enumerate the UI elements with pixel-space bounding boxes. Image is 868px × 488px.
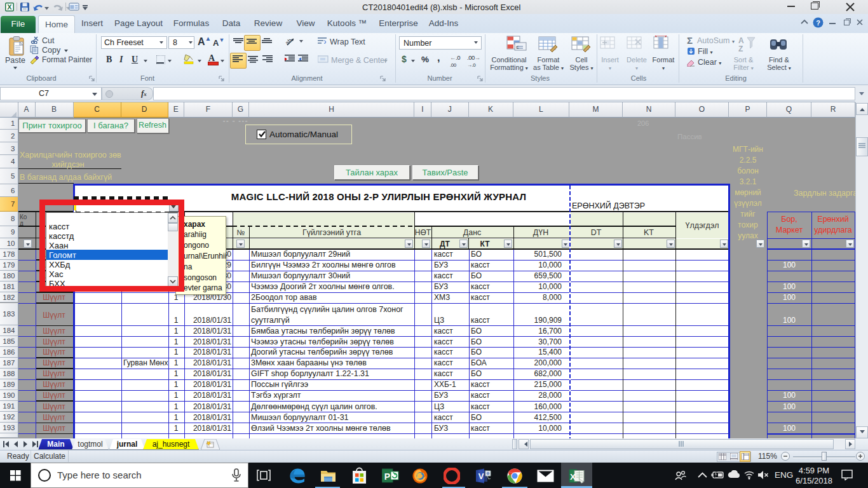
svg-text:X: X	[7, 3, 12, 11]
svg-text:X: X	[570, 472, 576, 482]
svg-text:?: ?	[816, 19, 820, 27]
svg-text:A: A	[738, 36, 744, 45]
svg-text:V: V	[478, 471, 484, 481]
svg-text:P: P	[384, 471, 390, 482]
svg-text:≤: ≤	[516, 44, 519, 50]
svg-text:ab: ab	[285, 37, 293, 46]
svg-text:Z: Z	[738, 44, 743, 53]
